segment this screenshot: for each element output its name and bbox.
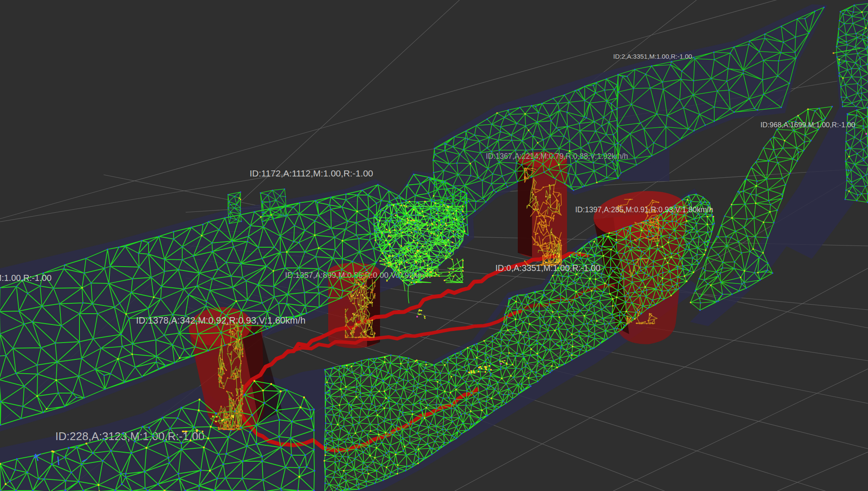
svg-text:ID:1378,A:342,M:0.92,R:0.93,V:: ID:1378,A:342,M:0.92,R:0.93,V:1.60km/h bbox=[136, 315, 305, 326]
svg-text:ID:968,A:1699,M:1.00,R:-1.00: ID:968,A:1699,M:1.00,R:-1.00 bbox=[760, 121, 855, 129]
svg-text:ID:2,A:3351,M:1.00,R:-1.00: ID:2,A:3351,M:1.00,R:-1.00 bbox=[613, 53, 692, 60]
svg-text:M:1.00,R:-1.00: M:1.00,R:-1.00 bbox=[0, 273, 51, 283]
svg-text:ID:0,A:3351,M:1.00,R:-1.00: ID:0,A:3351,M:1.00,R:-1.00 bbox=[495, 263, 600, 273]
svg-text:ID:1172,A:1112,M:1.00,R:-1.00: ID:1172,A:1112,M:1.00,R:-1.00 bbox=[250, 168, 373, 178]
svg-text:ID:1397,A:285,M:0.91,R:0.93,V:: ID:1397,A:285,M:0.91,R:0.93,V:1.80km/h bbox=[575, 205, 713, 214]
